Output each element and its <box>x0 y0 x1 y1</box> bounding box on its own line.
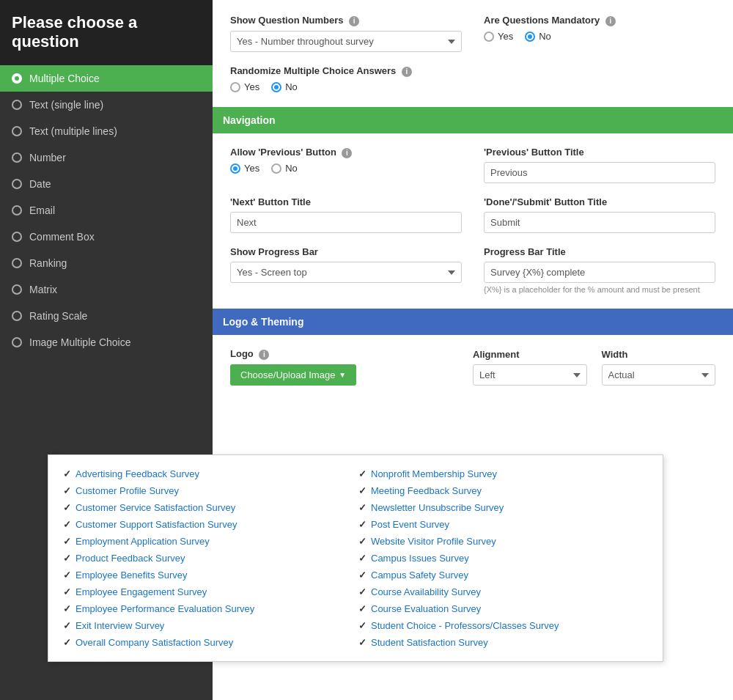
radio-icon-date <box>12 179 22 189</box>
sidebar-item-ranking[interactable]: Ranking <box>0 250 213 276</box>
select-question-numbers[interactable]: Yes - Number throughout surveyNoYes - Nu… <box>230 31 462 52</box>
radio-label-allow-previous-yes: Yes <box>244 163 259 174</box>
sidebar-item-comment-box[interactable]: Comment Box <box>0 224 213 250</box>
list-item[interactable]: ✓ Employee Performance Evaluation Survey <box>60 600 356 617</box>
check-icon: ✓ <box>63 586 71 597</box>
list-item[interactable]: ✓ Newsletter Unsubscribe Survey <box>356 499 651 516</box>
sidebar-item-rating-scale[interactable]: Rating Scale <box>0 303 213 329</box>
input-next-title[interactable] <box>230 212 462 233</box>
list-item[interactable]: ✓ Employee Engagement Survey <box>60 583 356 600</box>
sidebar-label-text-single: Text (single line) <box>29 99 103 111</box>
list-item[interactable]: ✓ Campus Safety Survey <box>356 567 651 583</box>
sidebar-item-image-multiple-choice[interactable]: Image Multiple Choice <box>0 329 213 355</box>
sidebar-item-matrix[interactable]: Matrix <box>0 276 213 303</box>
radio-label-randomize-yes: Yes <box>244 81 259 92</box>
select-width[interactable]: ActualFull <box>602 364 716 386</box>
input-progress-title[interactable] <box>484 262 715 283</box>
radio-icon-text-multiple <box>12 126 22 136</box>
radio-label-mandatory-yes: Yes <box>498 31 513 42</box>
radio-icon-comment-box <box>12 232 22 242</box>
sidebar-title: Please choose a question <box>0 0 213 65</box>
item-label: Course Availability Survey <box>371 586 481 597</box>
item-label: Newsletter Unsubscribe Survey <box>371 502 504 513</box>
info-icon-logo[interactable]: i <box>259 350 269 360</box>
btn-choose-upload-image[interactable]: Choose/Upload Image ▼ <box>230 364 356 386</box>
info-icon-mandatory[interactable]: i <box>605 16 616 26</box>
group-next-title: 'Next' Button Title <box>230 196 462 233</box>
list-item[interactable]: ✓ Employment Application Survey <box>60 533 356 550</box>
list-item[interactable]: ✓ Customer Support Satisfaction Survey <box>60 516 356 533</box>
item-label: Website Visitor Profile Survey <box>371 536 496 547</box>
sidebar-label-date: Date <box>29 178 51 190</box>
list-item[interactable]: ✓ Student Choice - Professors/Classes Su… <box>356 617 651 634</box>
label-progress-title: Progress Bar Title <box>484 246 715 257</box>
section-header-logo-theming: Logo & Theming <box>213 309 733 335</box>
sidebar-item-email[interactable]: Email <box>0 197 213 224</box>
list-item[interactable]: ✓ Advertising Feedback Survey <box>60 465 356 482</box>
sidebar-label-comment-box: Comment Box <box>29 231 95 243</box>
radio-mandatory-yes[interactable]: Yes <box>484 31 513 42</box>
progress-hint: {X%} is a placeholder for the % amount a… <box>484 285 715 294</box>
group-randomize: Randomize Multiple Choice Answers i Yes … <box>230 65 462 92</box>
check-icon: ✓ <box>358 553 366 564</box>
item-label: Employment Application Survey <box>75 536 210 547</box>
sidebar-item-text-multiple[interactable]: Text (multiple lines) <box>0 118 213 144</box>
list-item[interactable]: ✓ Website Visitor Profile Survey <box>356 533 651 550</box>
input-done-submit[interactable] <box>484 212 715 233</box>
list-item[interactable]: ✓ Product Feedback Survey <box>60 550 356 567</box>
sidebar-item-number[interactable]: Number <box>0 144 213 171</box>
sidebar-label-ranking: Ranking <box>29 257 67 269</box>
input-previous-title[interactable] <box>484 162 715 183</box>
item-label: Meeting Feedback Survey <box>371 485 482 496</box>
radio-icon-text-single <box>12 100 22 110</box>
radio-dot-allow-previous-no <box>271 163 281 174</box>
list-item[interactable]: ✓ Employee Benefits Survey <box>60 567 356 583</box>
list-item[interactable]: ✓ Customer Profile Survey <box>60 482 356 499</box>
check-icon: ✓ <box>63 570 71 581</box>
group-progress-bar: Show Progress Bar Yes - Screen topNoYes … <box>230 246 462 283</box>
list-item[interactable]: ✓ Meeting Feedback Survey <box>356 482 651 499</box>
select-progress-bar[interactable]: Yes - Screen topNoYes - Screen bottom <box>230 262 462 283</box>
list-item[interactable]: ✓ Nonprofit Membership Survey <box>356 465 651 482</box>
item-label: Customer Service Satisfaction Survey <box>75 502 235 513</box>
group-alignment: Alignment LeftCenterRight <box>473 349 587 386</box>
select-alignment[interactable]: LeftCenterRight <box>473 364 587 386</box>
sidebar-label-number: Number <box>29 152 66 163</box>
label-questions-mandatory: Are Questions Mandatory i <box>484 15 715 26</box>
info-icon-question-numbers[interactable]: i <box>349 16 359 26</box>
row-next-submit: 'Next' Button Title 'Done'/'Submit' Butt… <box>230 196 715 233</box>
row-question-numbers: Show Question Numbers i Yes - Number thr… <box>230 15 715 52</box>
logo-row: Logo i Choose/Upload Image ▼ Alignment L… <box>230 348 715 386</box>
list-item[interactable]: ✓ Customer Service Satisfaction Survey <box>60 499 356 516</box>
radio-allow-previous-yes[interactable]: Yes <box>230 163 259 174</box>
list-item[interactable]: ✓ Course Evaluation Survey <box>356 600 651 617</box>
list-item[interactable]: ✓ Campus Issues Survey <box>356 550 651 567</box>
sidebar-item-multiple-choice[interactable]: Multiple Choice <box>0 65 213 92</box>
radio-randomize-yes[interactable]: Yes <box>230 81 259 92</box>
label-previous-title: 'Previous' Button Title <box>484 147 715 158</box>
caret-icon: ▼ <box>339 371 346 379</box>
list-item[interactable]: ✓ Course Availability Survey <box>356 583 651 600</box>
info-icon-allow-previous[interactable]: i <box>342 148 352 158</box>
item-label: Student Satisfaction Survey <box>371 637 488 648</box>
list-item[interactable]: ✓ Student Satisfaction Survey <box>356 634 651 651</box>
check-icon: ✓ <box>358 586 366 597</box>
radio-mandatory-no[interactable]: No <box>525 31 551 42</box>
info-icon-randomize[interactable]: i <box>402 67 412 77</box>
sidebar-item-date[interactable]: Date <box>0 171 213 197</box>
item-label: Post Event Survey <box>371 519 449 530</box>
dropdown-col-1: ✓ Advertising Feedback Survey ✓ Customer… <box>60 465 356 651</box>
radio-icon-image-multiple-choice <box>12 337 22 347</box>
sidebar-item-text-single[interactable]: Text (single line) <box>0 92 213 118</box>
check-icon: ✓ <box>63 536 71 547</box>
radio-allow-previous-no[interactable]: No <box>271 163 298 174</box>
radio-dot-mandatory-no <box>525 32 535 42</box>
sidebar-label-matrix: Matrix <box>29 284 57 295</box>
list-item[interactable]: ✓ Overall Company Satisfaction Survey <box>60 634 356 651</box>
list-item[interactable]: ✓ Exit Interview Survey <box>60 617 356 634</box>
check-icon: ✓ <box>63 519 71 530</box>
check-icon: ✓ <box>63 620 71 631</box>
radio-randomize-no[interactable]: No <box>271 81 298 92</box>
list-item[interactable]: ✓ Post Event Survey <box>356 516 651 533</box>
label-progress-bar: Show Progress Bar <box>230 246 462 257</box>
